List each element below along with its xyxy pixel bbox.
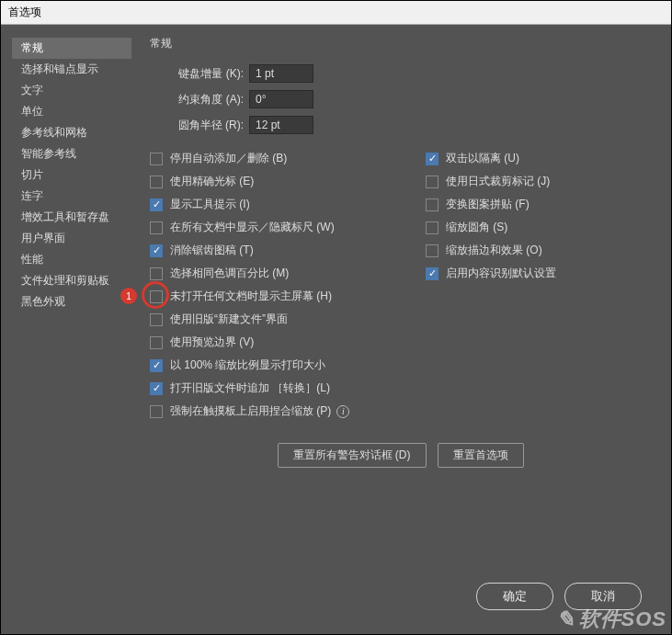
checkbox-row: 缩放圆角 (S) [426, 220, 651, 235]
main-row: 常规选择和锚点显示文字单位参考线和网格智能参考线切片连字增效工具和暂存盘用户界面… [12, 36, 660, 573]
checkbox-label[interactable]: 停用自动添加／删除 (B) [170, 151, 287, 166]
checkbox-area: 停用自动添加／删除 (B)使用精确光标 (E)显示工具提示 (I)在所有文档中显… [150, 151, 651, 426]
sidebar-item[interactable]: 常规 [12, 38, 131, 59]
checkbox[interactable] [150, 405, 163, 418]
reset-prefs-button[interactable]: 重置首选项 [438, 443, 524, 468]
checkbox[interactable] [150, 313, 163, 326]
checkbox[interactable] [150, 221, 163, 234]
sidebar-item[interactable]: 连字 [12, 186, 131, 207]
checkbox-row: 强制在触摸板上启用捏合缩放 (P)i [150, 403, 426, 419]
field-corner-radius: 圆角半径 (R): [150, 116, 651, 134]
checkbox[interactable] [426, 244, 439, 257]
field-label: 键盘增量 (K): [150, 66, 244, 82]
checkbox-row: 打开旧版文件时追加 ［转换］(L) [150, 380, 426, 396]
checkbox-label[interactable]: 未打开任何文档时显示主屏幕 (H) [170, 289, 332, 304]
sidebar-item[interactable]: 黑色外观 [12, 291, 131, 312]
checkbox-row: 未打开任何文档时显示主屏幕 (H)1 [150, 289, 426, 304]
sidebar-item[interactable]: 单位 [12, 101, 131, 122]
sidebar-item[interactable]: 文字 [12, 80, 131, 101]
reset-warnings-button[interactable]: 重置所有警告对话框 (D) [278, 443, 427, 468]
checkbox-row: 在所有文档中显示／隐藏标尺 (W) [150, 220, 426, 235]
checkbox[interactable] [150, 382, 163, 395]
checkbox-row: 显示工具提示 (I) [150, 197, 426, 212]
footer-buttons: 确定 取消 [12, 573, 660, 623]
checkbox-row: 使用日式裁剪标记 (J) [426, 174, 651, 189]
checkbox-label[interactable]: 以 100% 缩放比例显示打印大小 [170, 357, 325, 373]
sidebar-item[interactable]: 用户界面 [12, 228, 131, 249]
checkbox-row: 选择相同色调百分比 (M) [150, 266, 426, 281]
checkbox[interactable] [150, 244, 163, 257]
checkbox[interactable] [150, 198, 163, 211]
window-title: 首选项 [1, 1, 671, 25]
checkbox-column-left: 停用自动添加／删除 (B)使用精确光标 (E)显示工具提示 (I)在所有文档中显… [150, 151, 426, 426]
checkbox-row: 消除锯齿图稿 (T) [150, 243, 426, 258]
field-constrain-angle: 约束角度 (A): [150, 90, 651, 108]
checkbox-column-right: 双击以隔离 (U)使用日式裁剪标记 (J)变换图案拼贴 (F)缩放圆角 (S)缩… [426, 151, 651, 426]
checkbox[interactable] [150, 336, 163, 349]
preferences-window: 首选项 常规选择和锚点显示文字单位参考线和网格智能参考线切片连字增效工具和暂存盘… [0, 0, 672, 635]
checkbox-row: 启用内容识别默认设置 [426, 266, 651, 281]
section-title: 常规 [150, 36, 651, 51]
sidebar-item[interactable]: 增效工具和暂存盘 [12, 207, 131, 228]
checkbox-label[interactable]: 使用旧版“新建文件”界面 [170, 312, 288, 327]
window-body: 常规选择和锚点显示文字单位参考线和网格智能参考线切片连字增效工具和暂存盘用户界面… [1, 25, 671, 634]
checkbox[interactable] [426, 221, 439, 234]
sidebar-item[interactable]: 选择和锚点显示 [12, 59, 131, 80]
field-label: 圆角半径 (R): [150, 118, 244, 133]
checkbox[interactable] [150, 267, 163, 280]
content-panel: 常规 键盘增量 (K): 约束角度 (A): 圆角半径 (R): 停用自动添加／… [131, 36, 660, 573]
checkbox-label[interactable]: 选择相同色调百分比 (M) [170, 266, 289, 281]
checkbox-label[interactable]: 缩放圆角 (S) [446, 220, 507, 235]
checkbox-row: 双击以隔离 (U) [426, 151, 651, 166]
checkbox[interactable] [150, 290, 163, 303]
checkbox-label[interactable]: 显示工具提示 (I) [170, 197, 250, 212]
checkbox[interactable] [150, 176, 163, 188]
checkbox[interactable] [426, 198, 439, 211]
sidebar-item[interactable]: 智能参考线 [12, 143, 131, 164]
checkbox-label[interactable]: 消除锯齿图稿 (T) [170, 243, 254, 258]
checkbox-row: 使用精确光标 (E) [150, 174, 426, 189]
cancel-button[interactable]: 取消 [564, 583, 642, 610]
keyboard-increment-input[interactable] [249, 64, 313, 83]
checkbox-row: 变换图案拼贴 (F) [426, 197, 651, 212]
field-label: 约束角度 (A): [150, 92, 244, 108]
checkbox[interactable] [150, 153, 163, 165]
field-keyboard-increment: 键盘增量 (K): [150, 64, 651, 83]
sidebar-item[interactable]: 参考线和网格 [12, 122, 131, 143]
sidebar-item[interactable]: 性能 [12, 249, 131, 270]
info-icon[interactable]: i [336, 405, 349, 418]
checkbox-label[interactable]: 在所有文档中显示／隐藏标尺 (W) [170, 220, 335, 235]
sidebar-item[interactable]: 切片 [12, 164, 131, 186]
constrain-angle-input[interactable] [249, 90, 313, 108]
checkbox-label[interactable]: 使用日式裁剪标记 (J) [446, 174, 550, 189]
checkbox-label[interactable]: 使用精确光标 (E) [170, 174, 254, 189]
checkbox-label[interactable]: 缩放描边和效果 (O) [446, 243, 542, 258]
annotation-badge: 1 [120, 288, 137, 304]
checkbox-label[interactable]: 使用预览边界 (V) [170, 335, 254, 350]
sidebar: 常规选择和锚点显示文字单位参考线和网格智能参考线切片连字增效工具和暂存盘用户界面… [12, 36, 131, 573]
corner-radius-input[interactable] [249, 116, 313, 134]
mid-buttons: 重置所有警告对话框 (D) 重置首选项 [150, 443, 651, 468]
checkbox-label[interactable]: 强制在触摸板上启用捏合缩放 (P) [170, 403, 331, 419]
checkbox-label[interactable]: 双击以隔离 (U) [446, 151, 519, 166]
checkbox-row: 使用旧版“新建文件”界面 [150, 312, 426, 327]
ok-button[interactable]: 确定 [476, 583, 553, 610]
checkbox[interactable] [150, 359, 163, 372]
sidebar-item[interactable]: 文件处理和剪贴板 [12, 270, 131, 291]
checkbox-row: 缩放描边和效果 (O) [426, 243, 651, 258]
checkbox-row: 使用预览边界 (V) [150, 335, 426, 350]
checkbox[interactable] [426, 176, 439, 188]
checkbox[interactable] [426, 153, 439, 165]
checkbox-label[interactable]: 打开旧版文件时追加 ［转换］(L) [170, 380, 330, 396]
checkbox-label[interactable]: 启用内容识别默认设置 [446, 266, 556, 281]
checkbox-row: 以 100% 缩放比例显示打印大小 [150, 357, 426, 373]
checkbox-row: 停用自动添加／删除 (B) [150, 151, 426, 166]
checkbox-label[interactable]: 变换图案拼贴 (F) [446, 197, 530, 212]
checkbox[interactable] [426, 267, 439, 280]
